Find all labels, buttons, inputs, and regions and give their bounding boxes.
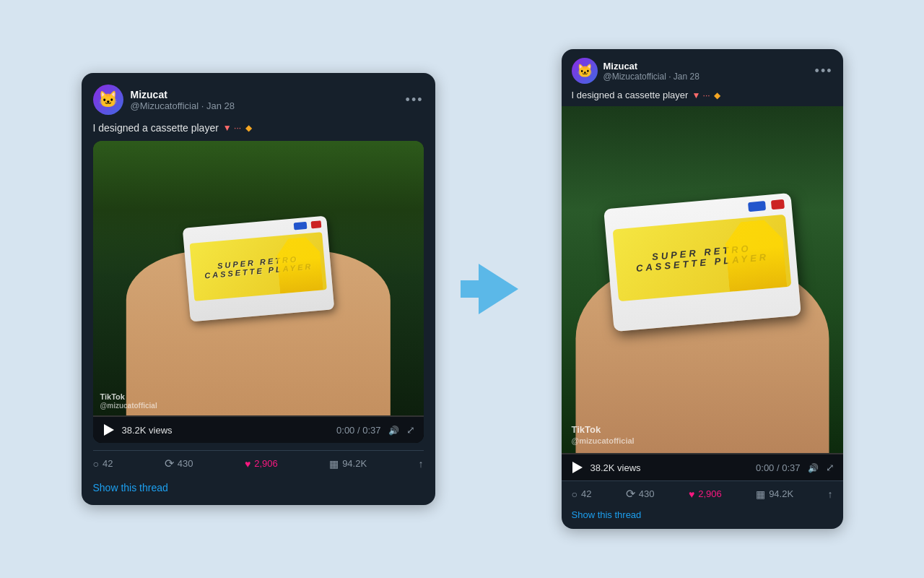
red-button: [310, 220, 321, 228]
phone-video-thumbnail: SUPER RETRO CASSETTE PLAYER TikTok @mizu…: [562, 106, 843, 453]
more-button[interactable]: •••: [406, 92, 424, 108]
retweet-action[interactable]: 430: [165, 457, 193, 470]
tweet-actions: 42 430 2,906 94.2K: [93, 450, 424, 476]
phone-controls-right: 0:00 / 0:37: [756, 462, 834, 473]
show-thread-link[interactable]: Show this thread: [93, 482, 424, 493]
phone-cassette-player: SUPER RETRO CASSETTE PLAYER: [603, 193, 801, 332]
phone-play-button[interactable]: [570, 460, 585, 475]
play-button[interactable]: [102, 423, 116, 437]
username: Mizucat: [131, 89, 235, 100]
diamond-emoji: ◆: [245, 123, 252, 133]
phone-chart-icon: [756, 488, 765, 501]
comment-action[interactable]: 42: [93, 457, 113, 470]
expand-icon[interactable]: [406, 424, 415, 436]
user-handle-date: @Mizucatofficial · Jan 28: [131, 100, 235, 111]
left-tweet-card: 🐱 Mizucat @Mizucatofficial · Jan 28 ••• …: [82, 73, 435, 505]
phone-anime-figure: [723, 218, 787, 292]
phone-play-triangle: [572, 462, 583, 473]
blue-button: [293, 222, 307, 230]
phone-views-count: 38.2K views: [590, 462, 641, 473]
phone-more-button[interactable]: •••: [815, 64, 833, 79]
phone-tiktok-watermark: TikTok @mizucatofficial: [572, 424, 635, 446]
chart-icon: [329, 457, 339, 470]
phone-header: 🐱 Mizucat @Mizucatofficial · Jan 28 •••: [562, 49, 843, 90]
video-container[interactable]: SUPER RETRO CASSETTE PLAYER TikTok @mizu…: [93, 141, 424, 443]
phone-video-container[interactable]: SUPER RETRO CASSETTE PLAYER TikTok @mizu…: [562, 106, 843, 480]
tweet-header: 🐱 Mizucat @Mizucatofficial · Jan 28 •••: [93, 85, 424, 115]
tweet-header-left: 🐱 Mizucat @Mizucatofficial · Jan 28: [93, 85, 235, 115]
phone-user-info: Mizucat @Mizucatofficial · Jan 28: [603, 61, 699, 82]
phone-comment-count: 42: [581, 488, 591, 499]
phone-retweet-action[interactable]: 430: [626, 487, 655, 501]
retweet-count: 430: [178, 458, 193, 469]
phone-controls-left: 38.2K views: [570, 460, 641, 475]
user-info: Mizucat @Mizucatofficial · Jan 28: [131, 89, 235, 111]
phone-comment-action[interactable]: 42: [572, 488, 592, 501]
views-count: 38.2K views: [122, 425, 173, 436]
phone-blue-button: [748, 201, 766, 212]
progress-bar[interactable]: [93, 415, 424, 417]
arrow-emoji: ▼ ···: [223, 123, 241, 133]
cassette-scene: SUPER RETRO CASSETTE PLAYER TikTok @mizu…: [93, 141, 424, 415]
controls-right: 0:00 / 0:37: [336, 424, 414, 436]
like-action[interactable]: 2,906: [245, 457, 278, 470]
phone-tweet-text: I designed a cassette player ▼ ··· ◆: [562, 90, 843, 106]
phone-arrow-emoji: ▼ ···: [692, 90, 710, 100]
phone-expand-icon[interactable]: [826, 462, 834, 473]
phone-share-action[interactable]: [827, 488, 832, 501]
tiktok-watermark: TikTok @mizucatofficial: [100, 392, 157, 410]
share-action[interactable]: [418, 457, 423, 470]
avatar[interactable]: 🐱: [93, 85, 123, 115]
video-controls-bar: 38.2K views 0:00 / 0:37: [93, 417, 424, 443]
video-thumbnail: SUPER RETRO CASSETTE PLAYER TikTok @mizu…: [93, 141, 424, 415]
views-action[interactable]: 94.2K: [329, 457, 367, 470]
phone-red-button: [770, 199, 784, 210]
like-count: 2,906: [254, 458, 278, 469]
anime-figure: [275, 236, 323, 294]
arrow-container: [479, 264, 518, 314]
phone-header-left: 🐱 Mizucat @Mizucatofficial · Jan 28: [572, 58, 699, 84]
phone-volume-icon[interactable]: [808, 462, 819, 473]
phone-progress-bar[interactable]: [562, 453, 843, 454]
duration-text: 0:00 / 0:37: [336, 425, 380, 436]
cassette-player: SUPER RETRO CASSETTE PLAYER: [182, 216, 334, 322]
phone-tweet-actions: 42 430 2,906 94.2K: [562, 480, 843, 506]
phone-diamond-emoji: ◆: [714, 90, 720, 100]
retweet-icon: [165, 457, 174, 470]
comment-count: 42: [103, 458, 113, 469]
controls-left: 38.2K views: [102, 423, 173, 437]
phone-heart-icon: [689, 488, 694, 501]
phone-cassette-label: SUPER RETRO CASSETTE PLAYER: [612, 215, 791, 302]
phone-avatar[interactable]: 🐱: [572, 58, 598, 84]
phone-share-icon: [827, 488, 832, 501]
tweet-text: I designed a cassette player ▼ ··· ◆: [93, 122, 424, 134]
play-triangle: [104, 424, 114, 436]
right-phone-card: 🐱 Mizucat @Mizucatofficial · Jan 28 ••• …: [562, 49, 843, 529]
tweet-views-count: 94.2K: [342, 458, 367, 469]
phone-retweet-icon: [626, 487, 635, 501]
heart-icon: [245, 457, 250, 470]
phone-like-action[interactable]: 2,906: [689, 488, 722, 501]
cassette-label: SUPER RETRO CASSETTE PLAYER: [189, 232, 326, 301]
phone-like-count: 2,906: [698, 488, 722, 499]
phone-video-controls: 38.2K views 0:00 / 0:37: [562, 454, 843, 480]
phone-comment-icon: [572, 488, 578, 501]
comment-icon: [93, 457, 99, 470]
phone-username: Mizucat: [603, 61, 699, 72]
phone-retweet-count: 430: [639, 488, 655, 499]
volume-icon[interactable]: [388, 425, 399, 436]
phone-duration-text: 0:00 / 0:37: [756, 462, 800, 473]
phone-views-action[interactable]: 94.2K: [756, 488, 793, 501]
direction-arrow: [479, 264, 518, 314]
phone-tweet-views-count: 94.2K: [769, 488, 793, 499]
share-icon: [418, 457, 423, 470]
phone-user-handle-date: @Mizucatofficial · Jan 28: [603, 72, 699, 82]
phone-show-thread-link[interactable]: Show this thread: [562, 506, 843, 529]
